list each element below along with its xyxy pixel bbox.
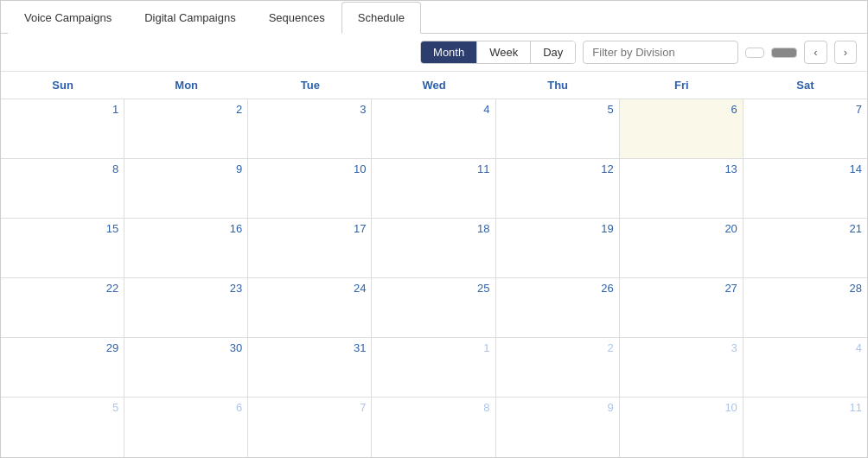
date-number: 6: [236, 401, 242, 414]
tab-voice-campaigns[interactable]: Voice Campaigns: [8, 2, 128, 34]
calendar-cell[interactable]: 1: [1, 99, 124, 158]
calendar-cell[interactable]: 23: [124, 278, 248, 337]
calendar-cell[interactable]: 7: [248, 398, 372, 457]
date-number: 10: [354, 162, 366, 175]
add-button[interactable]: [745, 48, 764, 58]
filter-input[interactable]: [583, 41, 738, 64]
day-name-sat: Sat: [744, 72, 867, 99]
calendar-cell[interactable]: 21: [744, 219, 867, 277]
calendar-week-3: 22232425262728: [1, 278, 867, 338]
date-number: 8: [112, 162, 118, 175]
calendar-cell[interactable]: 8: [1, 159, 124, 218]
date-number: 5: [607, 103, 613, 116]
calendar-cell[interactable]: 31: [248, 338, 372, 397]
calendar-cell[interactable]: 26: [496, 278, 620, 337]
calendar-cell[interactable]: 10: [620, 398, 744, 457]
date-number: 30: [230, 341, 242, 354]
calendar-cell[interactable]: 3: [620, 338, 744, 397]
calendar-cell[interactable]: 25: [372, 278, 495, 337]
date-number: 29: [106, 341, 118, 354]
calendar-cell[interactable]: 13: [620, 159, 744, 218]
date-number: 11: [477, 162, 489, 175]
calendar-cell[interactable]: 28: [744, 278, 867, 337]
calendar-cell[interactable]: 16: [124, 219, 248, 277]
calendar-cell[interactable]: 6: [124, 398, 248, 457]
calendar-week-2: 15161718192021: [1, 219, 867, 278]
calendar-cell[interactable]: 12: [496, 159, 620, 218]
calendar-cell[interactable]: 4: [372, 99, 495, 158]
calendar-cell[interactable]: 9: [124, 159, 248, 218]
calendar-cell[interactable]: 30: [124, 338, 248, 397]
view-toggle: MonthWeekDay: [420, 41, 576, 64]
date-number: 1: [112, 103, 118, 116]
date-number: 19: [601, 222, 613, 235]
toolbar: MonthWeekDay ‹ ›: [1, 34, 867, 72]
date-number: 4: [856, 341, 862, 354]
date-number: 20: [724, 222, 737, 235]
calendar-cell[interactable]: 22: [1, 278, 124, 337]
calendar-cell[interactable]: 3: [248, 99, 372, 158]
date-number: 2: [607, 341, 613, 354]
date-number: 16: [230, 222, 242, 235]
calendar-cell[interactable]: 5: [496, 99, 620, 158]
date-number: 22: [106, 282, 118, 295]
tab-schedule[interactable]: Schedule: [341, 2, 421, 34]
calendar-week-1: 891011121314: [1, 159, 867, 219]
calendar-cell[interactable]: 19: [496, 219, 620, 277]
date-number: 26: [601, 282, 613, 295]
tab-digital-campaigns[interactable]: Digital Campaigns: [128, 2, 252, 34]
calendar-cell[interactable]: 20: [620, 219, 744, 277]
calendar-cell[interactable]: 5: [1, 398, 124, 457]
date-number: 17: [354, 222, 366, 235]
next-button[interactable]: ›: [834, 41, 857, 64]
calendar-cell[interactable]: 15: [1, 219, 124, 277]
calendar-cell[interactable]: 27: [620, 278, 744, 337]
day-name-fri: Fri: [620, 72, 744, 99]
day-name-sun: Sun: [1, 72, 124, 99]
date-number: 7: [856, 103, 862, 116]
calendar-cell[interactable]: 29: [1, 338, 124, 397]
date-number: 2: [236, 103, 242, 116]
calendar-cell[interactable]: 2: [124, 99, 248, 158]
calendar-cell[interactable]: 8: [372, 398, 495, 457]
calendar-cell[interactable]: 6: [620, 99, 744, 158]
date-number: 6: [731, 103, 737, 116]
calendar-cell[interactable]: 9: [496, 398, 620, 457]
today-button[interactable]: [771, 48, 797, 58]
date-number: 23: [230, 282, 242, 295]
calendar-header: SunMonTueWedThuFriSat: [1, 72, 867, 99]
app-container: Voice CampaignsDigital CampaignsSequence…: [0, 0, 868, 458]
date-number: 9: [607, 401, 613, 414]
view-btn-day[interactable]: Day: [531, 41, 575, 63]
date-number: 14: [850, 162, 862, 175]
calendar-body: 1234567891011121314151617181920212223242…: [1, 99, 867, 457]
date-number: 12: [601, 162, 613, 175]
calendar-cell[interactable]: 11: [372, 159, 495, 218]
view-btn-month[interactable]: Month: [421, 41, 477, 63]
prev-button[interactable]: ‹: [804, 41, 827, 64]
date-number: 4: [483, 103, 489, 116]
calendar-cell[interactable]: 4: [744, 338, 867, 397]
view-btn-week[interactable]: Week: [477, 41, 531, 63]
day-name-tue: Tue: [248, 72, 372, 99]
date-number: 13: [724, 162, 737, 175]
calendar-cell[interactable]: 10: [248, 159, 372, 218]
calendar-week-5: 567891011: [1, 398, 867, 457]
date-number: 11: [850, 401, 862, 414]
tab-sequences[interactable]: Sequences: [252, 2, 341, 34]
calendar-cell[interactable]: 2: [496, 338, 620, 397]
date-number: 3: [360, 103, 366, 116]
calendar-cell[interactable]: 1: [372, 338, 495, 397]
date-number: 24: [354, 282, 366, 295]
date-number: 3: [731, 341, 737, 354]
calendar-cell[interactable]: 17: [248, 219, 372, 277]
calendar-cell[interactable]: 7: [744, 99, 867, 158]
date-number: 28: [850, 282, 862, 295]
date-number: 25: [477, 282, 489, 295]
calendar-cell[interactable]: 11: [744, 398, 867, 457]
day-name-wed: Wed: [372, 72, 495, 99]
calendar-cell[interactable]: 18: [372, 219, 495, 277]
calendar-cell[interactable]: 14: [744, 159, 867, 218]
tab-bar: Voice CampaignsDigital CampaignsSequence…: [1, 1, 867, 34]
calendar-cell[interactable]: 24: [248, 278, 372, 337]
